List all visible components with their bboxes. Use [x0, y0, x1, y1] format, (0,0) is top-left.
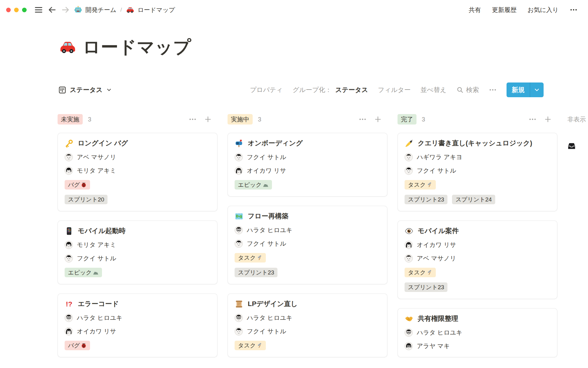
column-cards: オンボーディングフクイ サトルオイカワ リサエピックフロー再構築ハラタ ヒロユキ… — [228, 133, 387, 357]
status-badge: 未実施 — [58, 114, 83, 125]
assignee-name: モリタ アキミ — [77, 167, 116, 175]
zoom-window-button[interactable] — [22, 8, 27, 12]
assignee-row: フクイ サトル — [235, 153, 380, 161]
assignee-name: ハラタ ヒロユキ — [77, 314, 123, 322]
avatar — [405, 167, 413, 175]
add-card-icon[interactable] — [204, 115, 212, 123]
updates-button[interactable]: 更新履歴 — [492, 6, 517, 14]
assignee-name: ハラタ ヒロユキ — [247, 226, 292, 234]
kanban-card[interactable]: !?エラーコードハラタ ヒロユキオイカワ リサバグ — [58, 293, 217, 357]
tag-label: タスク — [408, 269, 426, 276]
kanban-card[interactable]: フロー再構築ハラタ ヒロユキフクイ サトルタスクスプリント23 — [228, 206, 387, 284]
tag-label: スプリント23 — [408, 196, 444, 203]
assignee-name: ハラタ ヒロユキ — [417, 328, 462, 337]
assignee-name: アベ マサノリ — [417, 254, 456, 263]
column-count: 3 — [88, 116, 91, 123]
card-title: クエリ書き直し(キャッシュロジック) — [405, 139, 550, 148]
sidebar-menu-icon[interactable] — [34, 5, 43, 14]
avatar — [405, 342, 413, 350]
add-card-icon[interactable] — [544, 115, 552, 123]
board-view-icon — [58, 86, 66, 94]
share-button[interactable]: 共有 — [469, 6, 481, 14]
hidden-group-item[interactable] — [567, 142, 588, 150]
card-title-text: クエリ書き直し(キャッシュロジック) — [418, 139, 532, 148]
column-more-icon[interactable] — [359, 115, 367, 123]
kanban-card[interactable]: クエリ書き直し(キャッシュロジック)ハギワラ アキヨフクイ サトルタスクスプリン… — [398, 133, 557, 211]
tag-pill: タスク — [235, 341, 266, 350]
group-by-value: ステータス — [335, 86, 368, 94]
tray-icon — [567, 142, 576, 150]
sort-button[interactable]: 並べ替え — [420, 86, 447, 94]
assignee-name: アラヤ マキ — [417, 342, 450, 350]
tag-label: タスク — [408, 181, 426, 188]
avatar — [235, 327, 243, 335]
kanban-card[interactable]: 共有権限整理ハラタ ヒロユキアラヤ マキ — [398, 308, 557, 357]
breadcrumb-workspace[interactable]: 開発チーム — [74, 6, 116, 14]
avatar — [235, 153, 243, 161]
column-more-icon[interactable] — [529, 115, 537, 123]
new-button[interactable]: 新規 — [507, 82, 544, 97]
back-icon[interactable] — [47, 5, 57, 14]
filter-button[interactable]: フィルター — [378, 86, 411, 94]
column-header: 未実施3 — [58, 114, 217, 125]
view-more-options-icon[interactable] — [489, 86, 497, 94]
favorite-button[interactable]: お気に入り — [528, 6, 559, 14]
hidden-groups-column: 非表示 — [567, 114, 588, 150]
tag-pill: タスク — [405, 268, 436, 277]
assignee-row: フクイ サトル — [235, 327, 380, 335]
column-cards: ロングイン バグアベ マサノリモリタ アキミバグスプリント20モバイル起動時モリ… — [58, 133, 217, 357]
kanban-card[interactable]: オンボーディングフクイ サトルオイカワ リサエピック — [228, 133, 387, 197]
page-car-icon[interactable] — [59, 38, 77, 56]
group-by-label: グループ化： — [293, 86, 332, 94]
kanban-card[interactable]: LPデザイン直しハラタ ヒロユキフクイ サトルタスク — [228, 293, 387, 357]
assignee-row: アラヤ マキ — [405, 342, 550, 350]
kanban-card[interactable]: モバイル起動時モリタ アキミフクイ サトルエピック — [58, 220, 217, 284]
breadcrumb-separator: / — [120, 6, 122, 13]
assignee-name: フクイ サトル — [417, 167, 456, 175]
group-by-button[interactable]: グループ化： ステータス — [293, 86, 368, 94]
robot-icon — [74, 6, 82, 14]
new-button-dropdown[interactable] — [530, 82, 544, 97]
add-card-icon[interactable] — [374, 115, 382, 123]
avatar — [65, 167, 73, 175]
more-options-icon[interactable] — [570, 6, 578, 14]
assignee-row: フクイ サトル — [235, 240, 380, 248]
view-tab-status[interactable]: ステータス — [58, 86, 112, 94]
tag-label: タスク — [238, 342, 256, 349]
search-label: 検索 — [466, 86, 479, 94]
card-title: モバイル起動時 — [65, 226, 210, 236]
assignee-name: ハラタ ヒロユキ — [247, 314, 292, 322]
page-header: ロードマップ — [59, 36, 544, 58]
view-controls: プロパティ グループ化： ステータス フィルター 並べ替え 検索 新規 — [250, 82, 544, 97]
kanban-card[interactable]: モバイル案件オイカワ リサアベ マサノリタスクスプリント23 — [398, 220, 557, 299]
tag-row: タスク — [405, 268, 550, 277]
properties-button[interactable]: プロパティ — [250, 86, 283, 94]
view-tab-label: ステータス — [70, 86, 103, 94]
column-count: 3 — [422, 116, 425, 123]
breadcrumb-page[interactable]: ロードマップ — [126, 6, 175, 14]
car-icon — [126, 6, 134, 14]
card-title-text: エラーコード — [78, 299, 119, 309]
mountain-icon — [93, 270, 99, 275]
tag-row: スプリント20 — [65, 195, 210, 204]
tag-pill: スプリント24 — [452, 195, 495, 204]
avatar — [235, 240, 243, 248]
mailbox-icon — [235, 139, 243, 148]
close-window-button[interactable] — [6, 8, 11, 12]
assignee-name: アベ マサノリ — [77, 153, 116, 161]
assignee-row: オイカワ リサ — [65, 327, 210, 335]
tag-pill: エピック — [235, 180, 272, 190]
card-title-text: モバイル案件 — [418, 226, 459, 236]
forward-icon[interactable] — [61, 5, 70, 14]
tag-label: バグ — [68, 181, 80, 188]
kanban-card[interactable]: ロングイン バグアベ マサノリモリタ アキミバグスプリント20 — [58, 133, 217, 211]
column-more-icon[interactable] — [189, 115, 197, 123]
card-title: 共有権限整理 — [405, 314, 550, 323]
assignee-name: フクイ サトル — [247, 153, 286, 161]
tag-pill: スプリント23 — [405, 282, 447, 292]
hidden-groups-label[interactable]: 非表示 — [567, 115, 586, 124]
search-button[interactable]: 検索 — [456, 86, 479, 94]
minimize-window-button[interactable] — [14, 8, 19, 12]
scroll-icon — [235, 300, 243, 309]
card-title-text: フロー再構築 — [248, 212, 288, 221]
